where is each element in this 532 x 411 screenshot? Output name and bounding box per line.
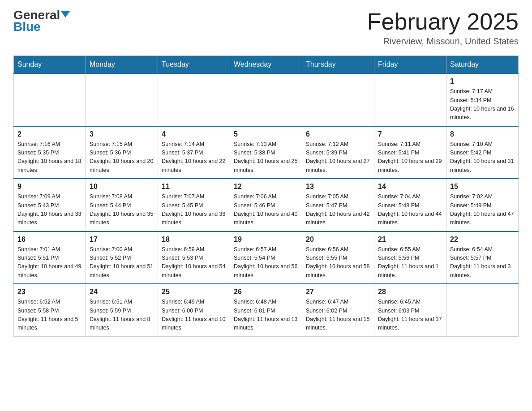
table-row: 4Sunrise: 7:14 AM Sunset: 5:37 PM Daylig… xyxy=(158,126,230,179)
col-saturday: Saturday xyxy=(446,56,519,74)
table-row: 22Sunrise: 6:54 AM Sunset: 5:57 PM Dayli… xyxy=(446,231,519,284)
day-info: Sunrise: 7:04 AM Sunset: 5:48 PM Dayligh… xyxy=(378,193,442,227)
day-info: Sunrise: 6:49 AM Sunset: 6:00 PM Dayligh… xyxy=(162,298,226,333)
table-row: 26Sunrise: 6:48 AM Sunset: 6:01 PM Dayli… xyxy=(230,284,302,336)
col-friday: Friday xyxy=(374,56,446,74)
day-number: 10 xyxy=(90,183,154,191)
day-info: Sunrise: 6:55 AM Sunset: 5:56 PM Dayligh… xyxy=(378,245,442,280)
table-row: 23Sunrise: 6:52 AM Sunset: 5:58 PM Dayli… xyxy=(14,284,86,336)
table-row: 8Sunrise: 7:10 AM Sunset: 5:42 PM Daylig… xyxy=(446,126,519,179)
col-sunday: Sunday xyxy=(14,56,86,74)
col-monday: Monday xyxy=(86,56,158,74)
page-header: General Blue February 2025 Riverview, Mi… xyxy=(13,9,519,47)
day-info: Sunrise: 6:59 AM Sunset: 5:53 PM Dayligh… xyxy=(162,245,226,280)
table-row: 17Sunrise: 7:00 AM Sunset: 5:52 PM Dayli… xyxy=(86,231,158,284)
day-number: 17 xyxy=(90,235,154,244)
table-row xyxy=(14,73,86,126)
table-row: 25Sunrise: 6:49 AM Sunset: 6:00 PM Dayli… xyxy=(158,284,230,336)
col-wednesday: Wednesday xyxy=(230,56,302,74)
day-number: 16 xyxy=(17,235,82,244)
table-row: 10Sunrise: 7:08 AM Sunset: 5:44 PM Dayli… xyxy=(86,179,158,231)
table-row: 14Sunrise: 7:04 AM Sunset: 5:48 PM Dayli… xyxy=(374,179,446,231)
table-row xyxy=(302,73,374,126)
day-number: 2 xyxy=(17,130,82,138)
calendar-week-row: 9Sunrise: 7:09 AM Sunset: 5:43 PM Daylig… xyxy=(14,179,519,231)
logo: General Blue xyxy=(13,9,70,34)
table-row: 21Sunrise: 6:55 AM Sunset: 5:56 PM Dayli… xyxy=(374,231,446,284)
table-row xyxy=(86,73,158,126)
day-info: Sunrise: 6:51 AM Sunset: 5:59 PM Dayligh… xyxy=(90,298,154,333)
day-number: 19 xyxy=(234,235,298,244)
day-number: 12 xyxy=(234,183,298,191)
calendar-header-row: Sunday Monday Tuesday Wednesday Thursday… xyxy=(14,56,519,74)
col-thursday: Thursday xyxy=(302,56,374,74)
day-info: Sunrise: 7:12 AM Sunset: 5:39 PM Dayligh… xyxy=(306,140,370,175)
table-row: 24Sunrise: 6:51 AM Sunset: 5:59 PM Dayli… xyxy=(86,284,158,336)
calendar-week-row: 2Sunrise: 7:16 AM Sunset: 5:35 PM Daylig… xyxy=(14,126,519,179)
day-number: 14 xyxy=(378,183,442,191)
table-row: 2Sunrise: 7:16 AM Sunset: 5:35 PM Daylig… xyxy=(14,126,86,179)
day-number: 28 xyxy=(378,288,442,296)
day-number: 5 xyxy=(234,130,298,138)
day-number: 27 xyxy=(306,288,370,296)
table-row: 19Sunrise: 6:57 AM Sunset: 5:54 PM Dayli… xyxy=(230,231,302,284)
day-info: Sunrise: 7:08 AM Sunset: 5:44 PM Dayligh… xyxy=(90,193,154,227)
day-number: 6 xyxy=(306,130,370,138)
day-number: 11 xyxy=(162,183,226,191)
day-info: Sunrise: 7:16 AM Sunset: 5:35 PM Dayligh… xyxy=(17,140,82,175)
calendar-week-row: 23Sunrise: 6:52 AM Sunset: 5:58 PM Dayli… xyxy=(14,284,519,336)
day-number: 9 xyxy=(17,183,82,191)
day-number: 1 xyxy=(450,77,515,86)
table-row: 15Sunrise: 7:02 AM Sunset: 5:49 PM Dayli… xyxy=(446,179,519,231)
day-number: 20 xyxy=(306,235,370,244)
day-info: Sunrise: 7:13 AM Sunset: 5:38 PM Dayligh… xyxy=(234,140,298,175)
day-number: 22 xyxy=(450,235,515,244)
location-subtitle: Riverview, Missouri, United States xyxy=(367,36,519,47)
day-info: Sunrise: 7:07 AM Sunset: 5:45 PM Dayligh… xyxy=(162,193,226,227)
day-number: 7 xyxy=(378,130,442,138)
table-row: 11Sunrise: 7:07 AM Sunset: 5:45 PM Dayli… xyxy=(158,179,230,231)
table-row: 16Sunrise: 7:01 AM Sunset: 5:51 PM Dayli… xyxy=(14,231,86,284)
day-number: 23 xyxy=(17,288,82,296)
day-info: Sunrise: 7:06 AM Sunset: 5:46 PM Dayligh… xyxy=(234,193,298,227)
logo-triangle-icon xyxy=(61,11,70,17)
table-row: 13Sunrise: 7:05 AM Sunset: 5:47 PM Dayli… xyxy=(302,179,374,231)
day-number: 8 xyxy=(450,130,515,138)
table-row: 1Sunrise: 7:17 AM Sunset: 5:34 PM Daylig… xyxy=(446,73,519,126)
day-info: Sunrise: 7:02 AM Sunset: 5:49 PM Dayligh… xyxy=(450,193,515,227)
day-info: Sunrise: 6:56 AM Sunset: 5:55 PM Dayligh… xyxy=(306,245,370,280)
day-info: Sunrise: 7:14 AM Sunset: 5:37 PM Dayligh… xyxy=(162,140,226,175)
col-tuesday: Tuesday xyxy=(158,56,230,74)
day-info: Sunrise: 6:52 AM Sunset: 5:58 PM Dayligh… xyxy=(17,298,82,333)
day-info: Sunrise: 7:01 AM Sunset: 5:51 PM Dayligh… xyxy=(17,245,82,280)
calendar-week-row: 1Sunrise: 7:17 AM Sunset: 5:34 PM Daylig… xyxy=(14,73,519,126)
table-row: 9Sunrise: 7:09 AM Sunset: 5:43 PM Daylig… xyxy=(14,179,86,231)
day-number: 3 xyxy=(90,130,154,138)
day-info: Sunrise: 6:45 AM Sunset: 6:03 PM Dayligh… xyxy=(378,298,442,333)
day-info: Sunrise: 7:17 AM Sunset: 5:34 PM Dayligh… xyxy=(450,87,515,122)
table-row xyxy=(446,284,519,336)
table-row: 27Sunrise: 6:47 AM Sunset: 6:02 PM Dayli… xyxy=(302,284,374,336)
day-info: Sunrise: 6:48 AM Sunset: 6:01 PM Dayligh… xyxy=(234,298,298,333)
calendar-table: Sunday Monday Tuesday Wednesday Thursday… xyxy=(13,56,519,337)
day-number: 4 xyxy=(162,130,226,138)
day-info: Sunrise: 6:57 AM Sunset: 5:54 PM Dayligh… xyxy=(234,245,298,280)
table-row: 6Sunrise: 7:12 AM Sunset: 5:39 PM Daylig… xyxy=(302,126,374,179)
day-info: Sunrise: 7:09 AM Sunset: 5:43 PM Dayligh… xyxy=(17,193,82,227)
day-info: Sunrise: 6:47 AM Sunset: 6:02 PM Dayligh… xyxy=(306,298,370,333)
table-row: 28Sunrise: 6:45 AM Sunset: 6:03 PM Dayli… xyxy=(374,284,446,336)
day-number: 21 xyxy=(378,235,442,244)
month-title: February 2025 xyxy=(367,9,519,34)
day-info: Sunrise: 7:15 AM Sunset: 5:36 PM Dayligh… xyxy=(90,140,154,175)
day-number: 25 xyxy=(162,288,226,296)
table-row: 18Sunrise: 6:59 AM Sunset: 5:53 PM Dayli… xyxy=(158,231,230,284)
table-row xyxy=(230,73,302,126)
table-row xyxy=(158,73,230,126)
table-row: 20Sunrise: 6:56 AM Sunset: 5:55 PM Dayli… xyxy=(302,231,374,284)
logo-blue: Blue xyxy=(13,20,41,34)
table-row: 3Sunrise: 7:15 AM Sunset: 5:36 PM Daylig… xyxy=(86,126,158,179)
table-row xyxy=(374,73,446,126)
day-number: 13 xyxy=(306,183,370,191)
day-number: 26 xyxy=(234,288,298,296)
day-number: 15 xyxy=(450,183,515,191)
